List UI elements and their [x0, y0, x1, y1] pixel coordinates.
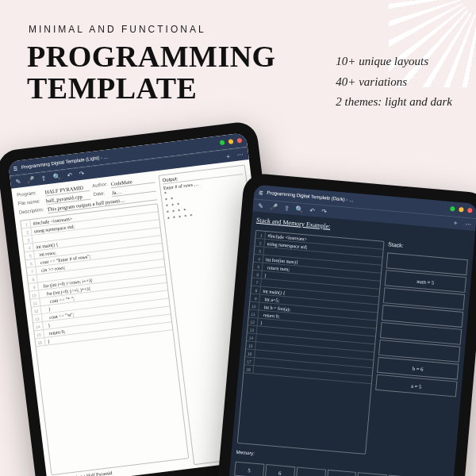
- add-icon[interactable]: ＋: [225, 152, 232, 161]
- more-icon[interactable]: ⋯: [237, 151, 244, 159]
- mic-icon[interactable]: 🎤: [269, 203, 278, 211]
- search-icon[interactable]: 🔍: [52, 173, 61, 181]
- sheet-dark: Stack and Memory Example: 1#include <ios…: [228, 211, 475, 476]
- author-label: Author:: [92, 182, 108, 190]
- pen-icon[interactable]: ✎: [15, 178, 21, 186]
- memory-cell: 6: [265, 464, 295, 476]
- redo-icon[interactable]: ↷: [321, 208, 328, 216]
- pen-icon[interactable]: ✎: [257, 202, 263, 210]
- redo-icon[interactable]: ↷: [79, 170, 85, 178]
- stack-title: Stack:: [388, 241, 469, 255]
- undo-icon[interactable]: ↶: [309, 207, 316, 215]
- more-icon[interactable]: ⋯: [464, 221, 471, 228]
- bullet-variations: 40+ variations: [336, 72, 452, 93]
- window-max-icon[interactable]: [228, 139, 234, 144]
- memory-cell: [296, 466, 326, 476]
- tagline: MINIMAL AND FUNCTIONAL: [29, 24, 206, 35]
- window-close-icon[interactable]: [237, 138, 243, 144]
- undo-icon[interactable]: ↶: [67, 171, 73, 179]
- code-block-light: 1#include <iostream>2using namespace std…: [20, 203, 190, 475]
- search-icon[interactable]: 🔍: [295, 205, 304, 213]
- bullet-themes: 2 themes: light and dark: [336, 92, 452, 113]
- memory-cell: 5: [234, 462, 264, 476]
- desc-label: Description:: [19, 207, 45, 217]
- tablet-dark: ☰ Programming Digital Template (Dark) - …: [217, 172, 476, 476]
- window-max-icon[interactable]: [459, 207, 464, 213]
- memory-cell: [326, 470, 356, 476]
- window-min-icon[interactable]: [220, 140, 225, 146]
- mic-icon[interactable]: 🎤: [27, 176, 36, 184]
- date-label: Date:: [93, 190, 109, 199]
- share-icon[interactable]: ⇪: [40, 175, 47, 182]
- feature-bullets: 10+ unique layouts 40+ variations 2 them…: [336, 52, 452, 113]
- product-title: PROGRAMMING TEMPLATE: [27, 41, 276, 105]
- title-line1: PROGRAMMING: [27, 41, 276, 73]
- bullet-layouts: 10+ unique layouts: [336, 52, 452, 72]
- memory-cell: [357, 472, 387, 476]
- add-icon[interactable]: ＋: [451, 218, 459, 228]
- stack-column: num = 5b = 6a = 5: [370, 252, 468, 462]
- window-min-icon[interactable]: [450, 206, 455, 212]
- window-close-icon[interactable]: [467, 208, 473, 213]
- code-block-dark: 1#include <iostream>2using namespace std…: [237, 230, 385, 455]
- title-line2: TEMPLATE: [27, 73, 276, 105]
- menu-icon[interactable]: ☰: [259, 189, 263, 194]
- share-icon[interactable]: ⇪: [283, 205, 290, 213]
- menu-icon[interactable]: ☰: [13, 165, 18, 171]
